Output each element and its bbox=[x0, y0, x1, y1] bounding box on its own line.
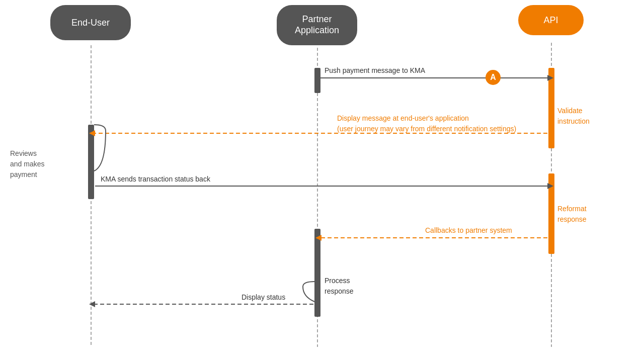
reviews-label: Reviews and makes payment bbox=[10, 148, 44, 180]
svg-rect-3 bbox=[314, 68, 320, 93]
actor-partner: Partner Application bbox=[277, 5, 357, 45]
svg-rect-6 bbox=[548, 173, 554, 254]
arrow1-label: Push payment message to KMA bbox=[325, 66, 425, 74]
badge-a: A bbox=[486, 70, 501, 85]
svg-marker-13 bbox=[547, 183, 553, 189]
arrow3-label: KMA sends transaction status back bbox=[101, 175, 210, 183]
svg-marker-11 bbox=[89, 130, 95, 136]
svg-rect-5 bbox=[88, 125, 94, 199]
svg-rect-4 bbox=[548, 68, 554, 148]
reformat-label: Reformat response bbox=[557, 204, 587, 225]
sequence-diagram: End-User Partner Application API Push pa… bbox=[0, 0, 644, 362]
arrow5-label: Display status bbox=[242, 293, 285, 301]
enduser-label: End-User bbox=[71, 18, 110, 28]
arrow2-label: Display message at end-user's applicatio… bbox=[337, 113, 516, 134]
actor-api: API bbox=[518, 5, 584, 35]
partner-label1: Partner bbox=[302, 14, 332, 25]
arrow4-label: Callbacks to partner system bbox=[425, 226, 512, 234]
actor-enduser: End-User bbox=[50, 5, 131, 40]
svg-marker-9 bbox=[547, 75, 553, 81]
svg-marker-15 bbox=[315, 235, 321, 241]
api-label: API bbox=[543, 15, 558, 26]
svg-marker-17 bbox=[89, 301, 95, 307]
validate-label: Validate instruction bbox=[557, 106, 590, 127]
process-label: Process response bbox=[325, 276, 354, 297]
diagram-svg bbox=[0, 0, 644, 362]
partner-label2: Application bbox=[295, 25, 339, 36]
svg-rect-7 bbox=[314, 229, 320, 317]
